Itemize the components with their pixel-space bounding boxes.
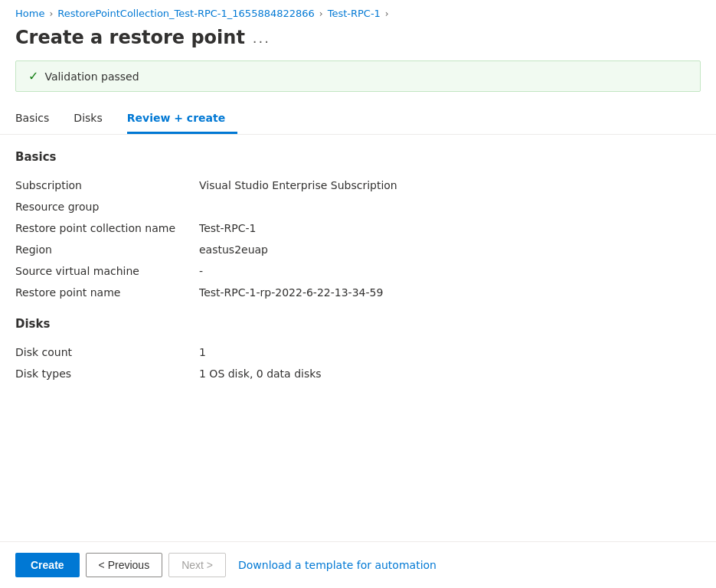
tab-review-create[interactable]: Review + create [127, 104, 237, 134]
footer: Create < Previous Next > Download a temp… [0, 541, 716, 588]
field-subscription: Subscription Visual Studio Enterprise Su… [15, 175, 701, 196]
label-subscription: Subscription [15, 179, 199, 191]
label-disk-types: Disk types [15, 368, 199, 380]
field-resource-group: Resource group [15, 196, 701, 217]
next-button[interactable]: Next > [168, 553, 226, 577]
page-title: Create a restore point [15, 27, 245, 48]
breadcrumb-sep-2: › [319, 8, 323, 19]
value-source-vm: - [199, 265, 203, 277]
breadcrumb-rpc-collection[interactable]: RestorePointCollection_Test-RPC-1_165588… [57, 8, 315, 19]
page-header: Create a restore point ... [0, 24, 716, 60]
label-resource-group: Resource group [15, 201, 199, 213]
value-disk-count: 1 [199, 346, 206, 358]
validation-banner: ✓ Validation passed [15, 60, 701, 92]
disks-section-title: Disks [15, 317, 701, 331]
label-rpc-name: Restore point collection name [15, 222, 199, 234]
value-rpc-name: Test-RPC-1 [199, 222, 257, 234]
validation-message: Validation passed [44, 70, 139, 83]
previous-button[interactable]: < Previous [86, 553, 163, 577]
tab-basics[interactable]: Basics [15, 104, 61, 134]
label-restore-point-name: Restore point name [15, 286, 199, 299]
check-circle-icon: ✓ [28, 69, 38, 83]
disks-section: Disks Disk count 1 Disk types 1 OS disk,… [15, 317, 701, 384]
more-options-icon[interactable]: ... [253, 30, 270, 46]
field-source-vm: Source virtual machine - [15, 260, 701, 282]
value-disk-types: 1 OS disk, 0 data disks [199, 368, 322, 380]
breadcrumb: Home › RestorePointCollection_Test-RPC-1… [0, 0, 716, 24]
breadcrumb-rpc-item[interactable]: Test-RPC-1 [328, 8, 381, 19]
field-region: Region eastus2euap [15, 239, 701, 260]
label-source-vm: Source virtual machine [15, 265, 199, 277]
create-button[interactable]: Create [15, 553, 80, 577]
content-area: Basics Subscription Visual Studio Enterp… [0, 150, 716, 384]
basics-section-title: Basics [15, 150, 701, 164]
breadcrumb-home[interactable]: Home [15, 8, 44, 19]
label-region: Region [15, 243, 199, 256]
value-restore-point-name: Test-RPC-1-rp-2022-6-22-13-34-59 [199, 286, 383, 299]
value-subscription: Visual Studio Enterprise Subscription [199, 179, 397, 191]
breadcrumb-sep-1: › [49, 8, 53, 19]
breadcrumb-sep-3: › [385, 8, 389, 19]
download-template-link[interactable]: Download a template for automation [238, 559, 436, 571]
field-rpc-name: Restore point collection name Test-RPC-1 [15, 217, 701, 239]
value-region: eastus2euap [199, 243, 268, 256]
field-disk-types: Disk types 1 OS disk, 0 data disks [15, 363, 701, 384]
tabs-container: Basics Disks Review + create [0, 104, 716, 135]
field-restore-point-name: Restore point name Test-RPC-1-rp-2022-6-… [15, 282, 701, 303]
field-disk-count: Disk count 1 [15, 341, 701, 363]
tab-disks[interactable]: Disks [74, 104, 114, 134]
label-disk-count: Disk count [15, 346, 199, 358]
